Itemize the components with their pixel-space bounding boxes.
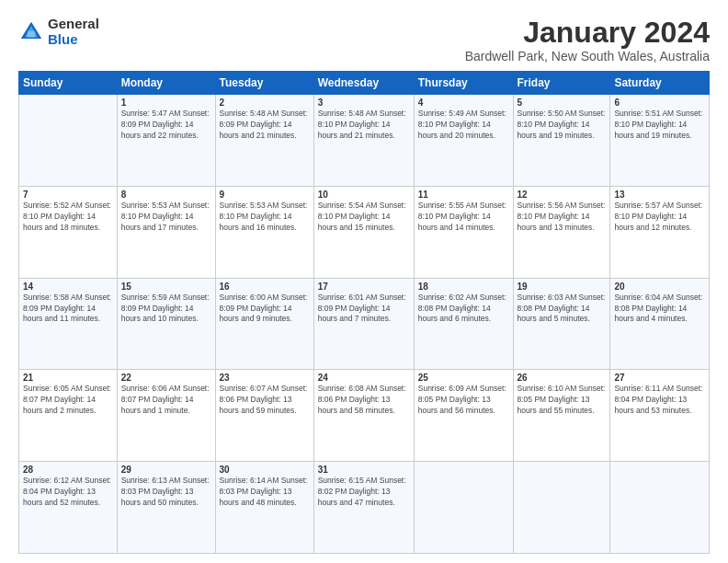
day-number: 11	[418, 190, 509, 200]
day-number: 2	[220, 98, 310, 108]
week-row-1: 1Sunrise: 5:47 AM Sunset: 8:09 PM Daylig…	[19, 95, 710, 187]
day-info: Sunrise: 6:04 AM Sunset: 8:08 PM Dayligh…	[614, 293, 705, 326]
day-number: 5	[518, 98, 607, 108]
calendar-table: Sunday Monday Tuesday Wednesday Thursday…	[18, 71, 710, 554]
table-row: 19Sunrise: 6:03 AM Sunset: 8:08 PM Dayli…	[513, 278, 610, 370]
day-number: 28	[23, 465, 113, 475]
col-thursday: Thursday	[414, 72, 513, 95]
table-row: 24Sunrise: 6:08 AM Sunset: 8:06 PM Dayli…	[313, 370, 414, 462]
header-row: Sunday Monday Tuesday Wednesday Thursday…	[19, 72, 710, 95]
logo-blue: Blue	[48, 32, 99, 48]
week-row-3: 14Sunrise: 5:58 AM Sunset: 8:09 PM Dayli…	[19, 278, 710, 370]
table-row: 10Sunrise: 5:54 AM Sunset: 8:10 PM Dayli…	[313, 186, 414, 278]
day-info: Sunrise: 5:58 AM Sunset: 8:09 PM Dayligh…	[23, 293, 113, 326]
table-row: 23Sunrise: 6:07 AM Sunset: 8:06 PM Dayli…	[215, 370, 313, 462]
day-info: Sunrise: 6:05 AM Sunset: 8:07 PM Dayligh…	[23, 384, 113, 417]
day-number: 13	[614, 190, 705, 200]
logo: General Blue	[18, 17, 99, 47]
logo-general: General	[48, 17, 99, 32]
day-info: Sunrise: 6:11 AM Sunset: 8:04 PM Dayligh…	[614, 384, 705, 417]
day-info: Sunrise: 6:08 AM Sunset: 8:06 PM Dayligh…	[318, 384, 410, 417]
day-number: 29	[121, 465, 211, 475]
day-number: 14	[23, 282, 113, 292]
table-row: 22Sunrise: 6:06 AM Sunset: 8:07 PM Dayli…	[117, 370, 215, 462]
table-row: 6Sunrise: 5:51 AM Sunset: 8:10 PM Daylig…	[610, 95, 710, 187]
day-number: 9	[220, 190, 310, 200]
col-saturday: Saturday	[610, 72, 710, 95]
table-row: 9Sunrise: 5:53 AM Sunset: 8:10 PM Daylig…	[215, 186, 313, 278]
day-number: 20	[614, 282, 705, 292]
day-info: Sunrise: 5:55 AM Sunset: 8:10 PM Dayligh…	[418, 201, 509, 234]
day-number: 23	[220, 373, 310, 383]
logo-icon	[18, 19, 44, 45]
table-row: 28Sunrise: 6:12 AM Sunset: 8:04 PM Dayli…	[19, 462, 118, 554]
day-number: 24	[318, 373, 410, 383]
day-info: Sunrise: 6:10 AM Sunset: 8:05 PM Dayligh…	[518, 384, 607, 417]
table-row: 26Sunrise: 6:10 AM Sunset: 8:05 PM Dayli…	[513, 370, 610, 462]
col-tuesday: Tuesday	[215, 72, 313, 95]
table-row: 8Sunrise: 5:53 AM Sunset: 8:10 PM Daylig…	[117, 186, 215, 278]
day-info: Sunrise: 6:15 AM Sunset: 8:02 PM Dayligh…	[318, 476, 410, 509]
week-row-5: 28Sunrise: 6:12 AM Sunset: 8:04 PM Dayli…	[19, 462, 710, 554]
day-info: Sunrise: 5:53 AM Sunset: 8:10 PM Dayligh…	[121, 201, 211, 234]
day-number: 21	[23, 373, 113, 383]
table-row: 21Sunrise: 6:05 AM Sunset: 8:07 PM Dayli…	[19, 370, 118, 462]
day-number: 18	[418, 282, 509, 292]
table-row: 4Sunrise: 5:49 AM Sunset: 8:10 PM Daylig…	[414, 95, 513, 187]
day-number: 17	[318, 282, 410, 292]
table-row: 25Sunrise: 6:09 AM Sunset: 8:05 PM Dayli…	[414, 370, 513, 462]
day-number: 4	[418, 98, 509, 108]
day-number: 8	[121, 190, 211, 200]
day-number: 15	[121, 282, 211, 292]
table-row: 5Sunrise: 5:50 AM Sunset: 8:10 PM Daylig…	[513, 95, 610, 187]
month-title: January 2024	[465, 17, 710, 49]
day-info: Sunrise: 5:53 AM Sunset: 8:10 PM Dayligh…	[220, 201, 310, 234]
day-info: Sunrise: 5:51 AM Sunset: 8:10 PM Dayligh…	[614, 109, 705, 142]
table-row	[414, 462, 513, 554]
table-row: 20Sunrise: 6:04 AM Sunset: 8:08 PM Dayli…	[610, 278, 710, 370]
day-info: Sunrise: 6:06 AM Sunset: 8:07 PM Dayligh…	[121, 384, 211, 417]
day-info: Sunrise: 6:03 AM Sunset: 8:08 PM Dayligh…	[518, 293, 607, 326]
week-row-2: 7Sunrise: 5:52 AM Sunset: 8:10 PM Daylig…	[19, 186, 710, 278]
day-info: Sunrise: 5:47 AM Sunset: 8:09 PM Dayligh…	[121, 109, 211, 142]
table-row: 2Sunrise: 5:48 AM Sunset: 8:09 PM Daylig…	[215, 95, 313, 187]
day-info: Sunrise: 6:07 AM Sunset: 8:06 PM Dayligh…	[220, 384, 310, 417]
table-row: 27Sunrise: 6:11 AM Sunset: 8:04 PM Dayli…	[610, 370, 710, 462]
table-row: 1Sunrise: 5:47 AM Sunset: 8:09 PM Daylig…	[117, 95, 215, 187]
page: General Blue January 2024 Bardwell Park,…	[0, 0, 728, 563]
svg-rect-2	[28, 30, 35, 37]
table-row: 15Sunrise: 5:59 AM Sunset: 8:09 PM Dayli…	[117, 278, 215, 370]
header: General Blue January 2024 Bardwell Park,…	[18, 17, 710, 63]
day-info: Sunrise: 5:48 AM Sunset: 8:10 PM Dayligh…	[318, 109, 410, 142]
day-info: Sunrise: 6:02 AM Sunset: 8:08 PM Dayligh…	[418, 293, 509, 326]
table-row: 17Sunrise: 6:01 AM Sunset: 8:09 PM Dayli…	[313, 278, 414, 370]
day-number: 10	[318, 190, 410, 200]
table-row	[610, 462, 710, 554]
day-info: Sunrise: 5:50 AM Sunset: 8:10 PM Dayligh…	[518, 109, 607, 142]
day-number: 27	[614, 373, 705, 383]
table-row: 3Sunrise: 5:48 AM Sunset: 8:10 PM Daylig…	[313, 95, 414, 187]
table-row: 29Sunrise: 6:13 AM Sunset: 8:03 PM Dayli…	[117, 462, 215, 554]
day-info: Sunrise: 6:14 AM Sunset: 8:03 PM Dayligh…	[220, 476, 310, 509]
table-row	[513, 462, 610, 554]
day-number: 12	[518, 190, 607, 200]
day-number: 30	[220, 465, 310, 475]
day-info: Sunrise: 5:59 AM Sunset: 8:09 PM Dayligh…	[121, 293, 211, 326]
table-row: 31Sunrise: 6:15 AM Sunset: 8:02 PM Dayli…	[313, 462, 414, 554]
day-info: Sunrise: 5:48 AM Sunset: 8:09 PM Dayligh…	[220, 109, 310, 142]
day-info: Sunrise: 5:57 AM Sunset: 8:10 PM Dayligh…	[614, 201, 705, 234]
table-row: 7Sunrise: 5:52 AM Sunset: 8:10 PM Daylig…	[19, 186, 118, 278]
table-row: 18Sunrise: 6:02 AM Sunset: 8:08 PM Dayli…	[414, 278, 513, 370]
table-row: 16Sunrise: 6:00 AM Sunset: 8:09 PM Dayli…	[215, 278, 313, 370]
logo-text: General Blue	[48, 17, 99, 47]
location: Bardwell Park, New South Wales, Australi…	[465, 49, 710, 63]
day-number: 25	[418, 373, 509, 383]
day-number: 19	[518, 282, 607, 292]
day-info: Sunrise: 6:01 AM Sunset: 8:09 PM Dayligh…	[318, 293, 410, 326]
col-monday: Monday	[117, 72, 215, 95]
day-number: 3	[318, 98, 410, 108]
table-row: 11Sunrise: 5:55 AM Sunset: 8:10 PM Dayli…	[414, 186, 513, 278]
table-row: 12Sunrise: 5:56 AM Sunset: 8:10 PM Dayli…	[513, 186, 610, 278]
day-info: Sunrise: 6:13 AM Sunset: 8:03 PM Dayligh…	[121, 476, 211, 509]
col-wednesday: Wednesday	[313, 72, 414, 95]
